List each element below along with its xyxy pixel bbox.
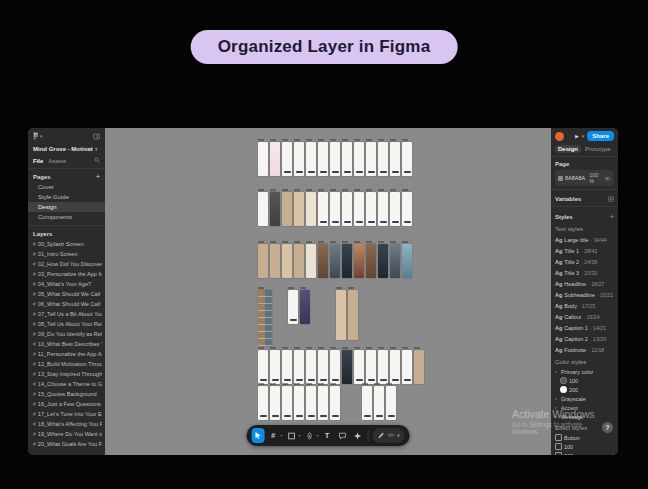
frame-thumbnail[interactable] — [294, 350, 304, 384]
chevron-down-icon[interactable]: ▾ — [317, 433, 319, 438]
layer-item[interactable]: #18_What's Affecting You Right Now? — [28, 419, 105, 429]
frame-thumbnail[interactable] — [270, 192, 280, 226]
frame-thumbnail[interactable] — [366, 244, 376, 278]
frame-thumbnail[interactable] — [258, 290, 272, 346]
tab-prototype[interactable]: Prototype — [585, 146, 611, 152]
frame-thumbnail[interactable] — [258, 142, 268, 176]
layer-item[interactable]: #02_How Did You Discover AI Motivati... — [28, 259, 105, 269]
frame-thumbnail[interactable] — [402, 244, 412, 278]
color-style-group[interactable]: ▸Message — [551, 412, 618, 421]
effect-style-item[interactable]: 100 — [551, 442, 618, 451]
frame-thumbnail[interactable] — [342, 350, 352, 384]
chevron-down-icon[interactable]: ▾ — [299, 433, 301, 438]
frame-thumbnail[interactable] — [354, 350, 364, 384]
effect-style-item[interactable]: 200 — [551, 451, 618, 455]
layer-item[interactable]: #19_Where Do You Want to Grow? — [28, 429, 105, 439]
comment-tool[interactable] — [336, 428, 349, 443]
color-style-group[interactable]: ▸Accent — [551, 403, 618, 412]
frame-thumbnail[interactable] — [294, 386, 304, 420]
color-style-group[interactable]: ▸Grayscale — [551, 394, 618, 403]
frame-thumbnail[interactable] — [366, 192, 376, 226]
text-style-item[interactable]: AgCallout· 16/24 — [551, 311, 618, 322]
text-tool[interactable]: T — [321, 428, 334, 443]
text-style-item[interactable]: AgCaption 1· 14/21 — [551, 322, 618, 333]
frame-thumbnail[interactable] — [348, 290, 358, 340]
frame-thumbnail[interactable] — [342, 142, 352, 176]
collapse-toolbar[interactable]: ▾ — [397, 433, 399, 438]
collapse-panel-icon[interactable] — [93, 133, 100, 141]
effect-style-item[interactable]: Button — [551, 433, 618, 442]
add-style-icon[interactable]: + — [610, 213, 614, 220]
frame-thumbnail[interactable] — [378, 350, 388, 384]
chevron-down-icon[interactable]: ▾ — [582, 134, 585, 139]
frame-thumbnail[interactable] — [330, 350, 340, 384]
frame-thumbnail[interactable] — [402, 350, 412, 384]
frame-thumbnail[interactable] — [386, 386, 396, 420]
color-style-swatch[interactable]: 200 — [551, 385, 618, 394]
frame-thumbnail[interactable] — [330, 244, 340, 278]
tab-file[interactable]: File — [33, 158, 43, 164]
frame-thumbnail[interactable] — [342, 244, 352, 278]
frame-thumbnail[interactable] — [300, 290, 310, 324]
frame-thumbnail[interactable] — [282, 244, 292, 278]
text-style-item[interactable]: AgCaption 2· 13/20 — [551, 333, 618, 344]
frame-thumbnail[interactable] — [294, 192, 304, 226]
frame-thumbnail[interactable] — [402, 192, 412, 226]
frame-thumbnail[interactable] — [306, 244, 316, 278]
page-color-swatch[interactable] — [558, 176, 563, 181]
frame-thumbnail[interactable] — [336, 290, 346, 340]
eye-icon[interactable] — [604, 176, 611, 181]
frame-thumbnail[interactable] — [258, 192, 268, 226]
figma-menu-button[interactable]: ▾ — [33, 132, 43, 141]
frame-thumbnail[interactable] — [378, 192, 388, 226]
frame-thumbnail[interactable] — [270, 386, 280, 420]
pen-tool[interactable] — [303, 428, 316, 443]
frame-thumbnail[interactable] — [390, 350, 400, 384]
frame-thumbnail[interactable] — [354, 142, 364, 176]
text-style-item[interactable]: AgTitle 1· 28/42 — [551, 245, 618, 256]
frame-thumbnail[interactable] — [390, 244, 400, 278]
layer-item[interactable]: #20_What Goals Are You Focusing On? — [28, 439, 105, 449]
frame-thumbnail[interactable] — [342, 192, 352, 226]
page-item-components[interactable]: Components — [28, 212, 105, 222]
frame-thumbnail[interactable] — [330, 386, 340, 420]
chevron-down-icon[interactable]: ▾ — [281, 433, 283, 438]
layer-item[interactable]: #09_Do You Identify as Religious or Sp..… — [28, 329, 105, 339]
layer-item[interactable]: #13_Stay Inspired Throughout the Day — [28, 369, 105, 379]
frame-thumbnail[interactable] — [282, 386, 292, 420]
frame-thumbnail[interactable] — [258, 386, 268, 420]
page-item-style-guide[interactable]: Style Guide — [28, 192, 105, 202]
add-page-icon[interactable]: + — [96, 173, 100, 180]
layer-item[interactable]: #08_Tell Us About Your Relationship G... — [28, 319, 105, 329]
frame-thumbnail[interactable] — [306, 192, 316, 226]
layer-item[interactable]: #11_Personalize the App Around Your ... — [28, 349, 105, 359]
layer-item[interactable]: #00_Splash Screen — [28, 239, 105, 249]
layer-item[interactable]: #17_Let's Tune Into Your Emotions — [28, 409, 105, 419]
frame-thumbnail[interactable] — [270, 244, 280, 278]
page-item-design[interactable]: Design — [28, 202, 105, 212]
layer-item[interactable]: #10_What Best Describes Your Belief S... — [28, 339, 105, 349]
shape-tool[interactable] — [285, 428, 298, 443]
color-style-group[interactable]: ▸Primary color — [551, 367, 618, 376]
layer-item[interactable]: #06_What Should We Call You? (Fill) — [28, 299, 105, 309]
frame-thumbnail[interactable] — [306, 142, 316, 176]
color-style-swatch[interactable]: 100 — [551, 376, 618, 385]
help-button[interactable]: ? — [602, 422, 613, 433]
layer-item[interactable]: #04_What's Your Age? — [28, 279, 105, 289]
frame-thumbnail[interactable] — [282, 350, 292, 384]
frame-thumbnail[interactable] — [414, 350, 424, 384]
page-color-input[interactable]: 8A8A8A 100 % — [555, 170, 614, 186]
page-opacity[interactable]: 100 % — [589, 172, 602, 184]
frame-thumbnail[interactable] — [282, 142, 292, 176]
dev-mode-toggle[interactable]: </> — [388, 433, 395, 438]
text-style-item[interactable]: AgTitle 3· 20/30 — [551, 267, 618, 278]
frame-thumbnail[interactable] — [294, 244, 304, 278]
frame-thumbnail[interactable] — [258, 350, 268, 384]
text-style-item[interactable]: AgTitle 2· 24/36 — [551, 256, 618, 267]
frame-thumbnail[interactable] — [402, 142, 412, 176]
text-style-item[interactable]: AgHeadline· 18/27 — [551, 278, 618, 289]
layer-item[interactable]: #01_Intro Screen — [28, 249, 105, 259]
frame-thumbnail[interactable] — [318, 142, 328, 176]
frame-thumbnail[interactable] — [258, 244, 268, 278]
move-tool[interactable] — [252, 428, 265, 443]
